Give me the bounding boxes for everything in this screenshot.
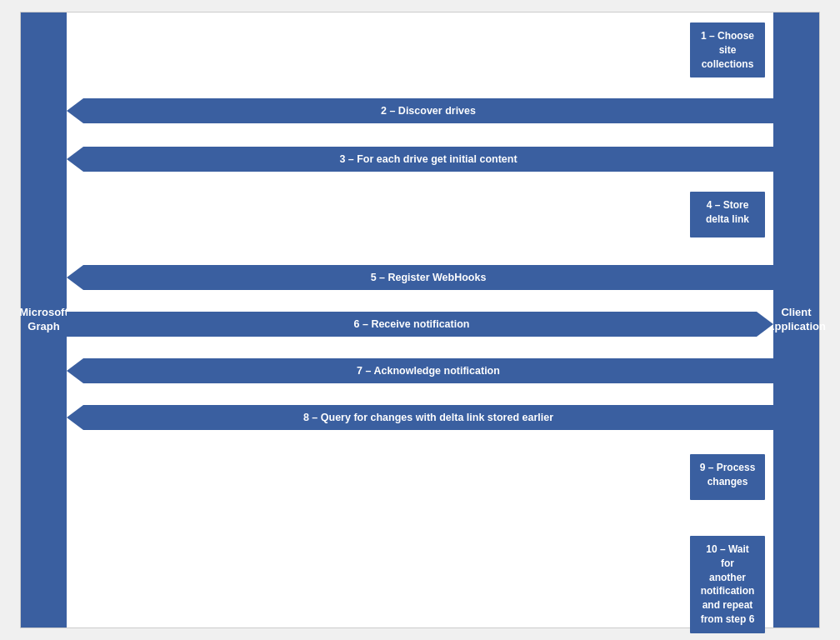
left-sidebar: MicrosoftGraph bbox=[21, 12, 67, 628]
box-choose-site-collections: 1 – Choosesitecollections bbox=[690, 22, 765, 78]
arrow-bar-3: 3 – For each drive get initial content bbox=[83, 147, 773, 172]
arrow-bar-6: 6 – Receive notification bbox=[67, 312, 757, 337]
left-sidebar-label: MicrosoftGraph bbox=[19, 306, 68, 334]
diagram-container: MicrosoftGraph ClientApplication 1 – Cho… bbox=[20, 12, 820, 628]
arrow-register-webhooks: 5 – Register WebHooks bbox=[67, 262, 773, 292]
arrow-bar-7: 7 – Acknowledge notification bbox=[83, 358, 773, 383]
box-process-changes: 9 – Processchanges bbox=[690, 454, 765, 500]
box-store-delta-link: 4 – Storedelta link bbox=[690, 192, 765, 238]
arrow-query-changes: 8 – Query for changes with delta link st… bbox=[67, 402, 773, 432]
arrow-bar-5: 5 – Register WebHooks bbox=[83, 265, 773, 290]
arrow-receive-notification: 6 – Receive notification bbox=[67, 309, 773, 339]
arrow-bar-8: 8 – Query for changes with delta link st… bbox=[83, 405, 773, 430]
arrow-initial-content: 3 – For each drive get initial content bbox=[67, 144, 773, 174]
arrow-acknowledge-notification: 7 – Acknowledge notification bbox=[67, 356, 773, 386]
box-wait-notification: 10 – Wait foranothernotificationand repe… bbox=[690, 536, 765, 633]
arrow-discover-drives: 2 – Discover drives bbox=[67, 96, 773, 126]
right-sidebar-label: ClientApplication bbox=[767, 306, 826, 334]
arrow-bar-2: 2 – Discover drives bbox=[83, 98, 773, 123]
right-sidebar: ClientApplication bbox=[773, 12, 819, 628]
